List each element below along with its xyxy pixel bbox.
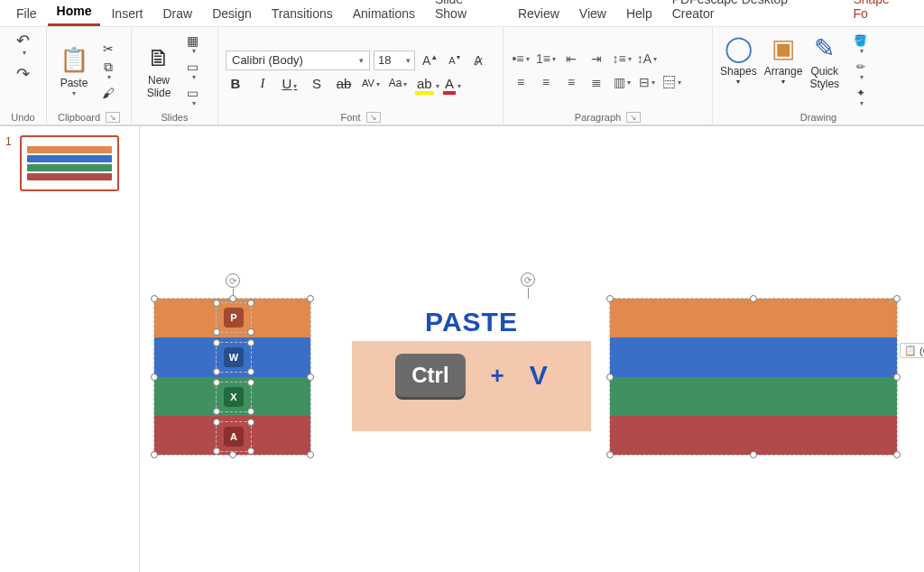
shape-outline-button[interactable]: ✏: [850, 59, 871, 83]
bullets-button[interactable]: •≡: [511, 50, 531, 68]
char-spacing-button[interactable]: AV: [361, 78, 381, 88]
selection-handle[interactable]: [750, 451, 757, 458]
selection-handle[interactable]: [213, 339, 220, 346]
selection-handle[interactable]: [893, 451, 901, 458]
selection-handle[interactable]: [606, 451, 614, 458]
redo-button[interactable]: ↷: [13, 64, 33, 84]
selection-handle[interactable]: [229, 451, 236, 458]
arrange-button[interactable]: ▣ Arrange▾: [764, 32, 803, 86]
numbering-button[interactable]: 1≡: [536, 50, 556, 68]
selection-handle[interactable]: [893, 374, 901, 381]
tab-shape-format[interactable]: Shape Fo: [844, 0, 917, 26]
indent-dec-button[interactable]: ⇤: [561, 50, 581, 68]
copy-button[interactable]: ⧉: [98, 59, 118, 83]
layout-button[interactable]: ▦: [183, 32, 202, 57]
selection-handle[interactable]: [151, 295, 158, 302]
selection-handle[interactable]: [893, 295, 901, 302]
reset-button[interactable]: ▭: [183, 59, 202, 83]
selection-handle[interactable]: [307, 295, 314, 302]
highlight-button[interactable]: ab: [415, 76, 435, 91]
tab-transitions[interactable]: Transitions: [263, 3, 342, 26]
selection-handle[interactable]: [247, 328, 254, 336]
selection-handle[interactable]: [247, 339, 254, 346]
font-size-combo[interactable]: 18▾: [374, 51, 415, 70]
selection-handle[interactable]: [247, 368, 254, 375]
selection-handle[interactable]: [247, 300, 254, 307]
paste-instruction-card[interactable]: PASTE Ctrl + V: [352, 341, 591, 431]
italic-button[interactable]: I: [253, 76, 273, 91]
tab-pdfescape[interactable]: PDFescape Desktop Creator: [663, 0, 843, 26]
font-name-combo[interactable]: Calibri (Body)▾: [226, 51, 370, 70]
tab-view[interactable]: View: [570, 3, 615, 26]
selection-handle[interactable]: [307, 451, 314, 458]
selection-handle[interactable]: [750, 295, 757, 302]
inner-shape-a[interactable]: A: [216, 421, 252, 452]
inner-shape-p[interactable]: P: [216, 302, 252, 333]
strike-button[interactable]: ab: [334, 76, 354, 91]
tab-help[interactable]: Help: [617, 3, 661, 26]
underline-button[interactable]: U: [280, 76, 300, 91]
selection-handle[interactable]: [151, 451, 158, 458]
shapes-button[interactable]: ◯ Shapes▾: [720, 32, 757, 86]
clipboard-launcher[interactable]: ↘: [106, 112, 120, 123]
font-launcher[interactable]: ↘: [366, 112, 381, 123]
selection-handle[interactable]: [247, 419, 254, 426]
new-slide-button[interactable]: 🗎 New Slide: [139, 38, 179, 103]
columns-button[interactable]: ▥: [612, 73, 632, 91]
selection-handle[interactable]: [151, 374, 158, 381]
section-button[interactable]: ▭: [183, 85, 202, 109]
paragraph-launcher[interactable]: ↘: [626, 112, 641, 123]
selection-handle[interactable]: [606, 295, 614, 302]
selection-handle[interactable]: [606, 374, 614, 381]
line-spacing-button[interactable]: ↕≡: [612, 50, 632, 68]
tab-draw[interactable]: Draw: [153, 3, 201, 26]
justify-button[interactable]: ≣: [587, 73, 606, 91]
selection-handle[interactable]: [247, 408, 254, 415]
align-center-button[interactable]: ≡: [536, 73, 556, 91]
selection-handle[interactable]: [213, 419, 220, 426]
tab-file[interactable]: File: [7, 3, 46, 26]
selection-handle[interactable]: [213, 328, 220, 336]
format-painter-button[interactable]: 🖌: [98, 85, 118, 101]
selection-handle[interactable]: [247, 379, 254, 386]
align-text-button[interactable]: ⊟: [637, 73, 657, 91]
rotate-handle-icon[interactable]: ⟳: [521, 272, 535, 287]
decrease-font-button[interactable]: A▼: [445, 52, 465, 68]
tab-insert[interactable]: Insert: [102, 3, 152, 26]
align-right-button[interactable]: ≡: [561, 73, 581, 91]
shape-stripes-right[interactable]: [609, 298, 898, 456]
shape-stripes-left[interactable]: ⟳ P W: [153, 298, 311, 456]
inner-shape-w[interactable]: W: [216, 342, 252, 373]
selection-handle[interactable]: [229, 295, 236, 302]
tab-design[interactable]: Design: [203, 3, 261, 26]
tab-review[interactable]: Review: [509, 3, 568, 26]
selection-handle[interactable]: [307, 374, 314, 381]
bold-button[interactable]: B: [226, 76, 245, 91]
text-direction-button[interactable]: ↕A: [637, 50, 657, 68]
font-color-button[interactable]: A: [442, 76, 462, 91]
selection-handle[interactable]: [213, 368, 220, 375]
tab-slide-show[interactable]: Slide Show: [426, 0, 507, 26]
paste-button[interactable]: 📋 Paste ▾: [54, 41, 94, 101]
shape-effects-button[interactable]: ✦: [850, 85, 871, 109]
smartart-button[interactable]: ⿳: [662, 73, 682, 91]
tab-animations[interactable]: Animations: [344, 3, 424, 26]
paste-options-button[interactable]: 📋 (Ctrl) ▾: [900, 343, 924, 358]
inner-shape-x[interactable]: X: [216, 382, 252, 412]
slide-canvas[interactable]: ⟳ P W: [140, 126, 924, 572]
quick-styles-button[interactable]: ✎ Quick Styles: [809, 32, 839, 90]
undo-button[interactable]: ↶: [13, 31, 33, 59]
increase-font-button[interactable]: A▲: [419, 51, 441, 69]
selection-handle[interactable]: [213, 300, 220, 307]
selection-handle[interactable]: [213, 408, 220, 415]
shadow-button[interactable]: S: [307, 76, 327, 91]
change-case-button[interactable]: Aa: [388, 77, 408, 89]
align-left-button[interactable]: ≡: [511, 73, 531, 91]
cut-button[interactable]: ✂: [98, 41, 118, 57]
selection-handle[interactable]: [213, 379, 220, 386]
indent-inc-button[interactable]: ⇥: [587, 50, 606, 68]
clear-format-button[interactable]: A̷: [469, 51, 487, 69]
selection-handle[interactable]: [213, 447, 220, 455]
rotate-handle-icon[interactable]: ⟳: [226, 273, 240, 288]
selection-handle[interactable]: [247, 447, 254, 455]
